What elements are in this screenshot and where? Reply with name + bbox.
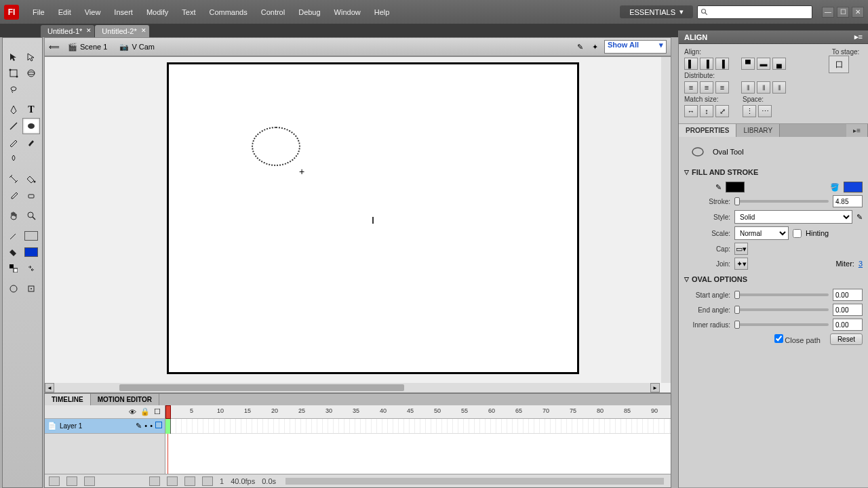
join-select[interactable]: ✦▾ bbox=[734, 258, 748, 270]
scroll-right-icon[interactable]: ► bbox=[650, 383, 660, 392]
horizontal-scrollbar[interactable]: ◄ ► bbox=[45, 383, 660, 392]
menu-debug[interactable]: Debug bbox=[292, 5, 327, 19]
menu-window[interactable]: Window bbox=[328, 5, 368, 19]
menu-modify[interactable]: Modify bbox=[140, 5, 175, 19]
hinting-checkbox[interactable] bbox=[793, 229, 802, 238]
zoom-select[interactable]: Show All ▾ bbox=[604, 40, 667, 54]
visibility-dot-icon[interactable]: • bbox=[144, 422, 147, 430]
cap-select[interactable]: ▭▾ bbox=[734, 243, 748, 255]
menu-edit[interactable]: Edit bbox=[52, 5, 78, 19]
menu-file[interactable]: File bbox=[26, 5, 52, 19]
back-arrow-icon[interactable]: ⟸ bbox=[49, 41, 60, 52]
bone-tool[interactable] bbox=[5, 171, 22, 187]
space-vertical-button[interactable]: ⋮ bbox=[743, 105, 756, 117]
onion-skin-button[interactable] bbox=[149, 476, 160, 486]
match-width-button[interactable]: ↔ bbox=[684, 105, 698, 117]
close-button[interactable]: ✕ bbox=[852, 7, 864, 18]
inner-radius-input[interactable] bbox=[833, 319, 863, 331]
layer-row[interactable]: 📄 Layer 1 ✎ • • bbox=[45, 419, 165, 434]
align-hcenter-button[interactable]: ▐ bbox=[700, 58, 713, 70]
paint-bucket-tool[interactable] bbox=[22, 171, 40, 187]
frames-column[interactable]: 5 10 15 20 25 30 35 40 45 50 55 60 65 70… bbox=[165, 405, 671, 474]
new-layer-button[interactable] bbox=[49, 476, 60, 486]
doc-tab-1[interactable]: Untitled-1* ✕ bbox=[41, 25, 94, 37]
timeline-scrollbar[interactable] bbox=[285, 478, 664, 485]
keyframe-icon[interactable] bbox=[165, 419, 171, 434]
pen-tool[interactable] bbox=[5, 102, 22, 118]
edit-multiple-frames-button[interactable] bbox=[184, 476, 195, 486]
frame-row[interactable] bbox=[165, 419, 671, 434]
selection-tool[interactable] bbox=[5, 49, 22, 65]
close-icon[interactable]: ✕ bbox=[141, 27, 146, 34]
search-input[interactable] bbox=[697, 5, 812, 19]
match-height-button[interactable]: ↕ bbox=[700, 105, 713, 117]
fill-color-picker[interactable] bbox=[5, 244, 22, 260]
distribute-hcenter-button[interactable]: ⦀ bbox=[757, 81, 770, 94]
vcam-button[interactable]: 📷 V Cam bbox=[115, 41, 159, 53]
zoom-tool[interactable] bbox=[22, 207, 40, 224]
end-angle-input[interactable] bbox=[833, 304, 863, 316]
stroke-input[interactable] bbox=[833, 195, 863, 207]
menu-commands[interactable]: Commands bbox=[202, 5, 254, 19]
3d-rotation-tool[interactable] bbox=[22, 65, 40, 81]
to-stage-toggle[interactable]: 囗 bbox=[829, 56, 849, 73]
style-select[interactable]: Solid bbox=[734, 210, 852, 224]
delete-layer-button[interactable] bbox=[84, 476, 95, 486]
oval-options-section[interactable]: ▽OVAL OPTIONS bbox=[684, 272, 863, 286]
menu-text[interactable]: Text bbox=[175, 5, 202, 19]
maximize-button[interactable]: ☐ bbox=[837, 7, 849, 18]
menu-control[interactable]: Control bbox=[254, 5, 292, 19]
stroke-color-swatch[interactable] bbox=[22, 228, 40, 244]
pencil-tool[interactable] bbox=[5, 134, 22, 150]
space-horizontal-button[interactable]: ⋯ bbox=[758, 105, 772, 117]
align-top-button[interactable]: ▀ bbox=[741, 58, 755, 70]
eye-icon[interactable]: 👁 bbox=[129, 408, 136, 416]
distribute-bottom-button[interactable]: ≡ bbox=[715, 81, 729, 94]
onion-skin-outlines-button[interactable] bbox=[167, 476, 178, 486]
minimize-button[interactable]: — bbox=[822, 7, 834, 18]
onion-markers-button[interactable] bbox=[202, 476, 213, 486]
edit-style-icon[interactable]: ✎ bbox=[856, 213, 863, 222]
lasso-tool[interactable] bbox=[5, 81, 22, 98]
tab-properties[interactable]: PROPERTIES bbox=[679, 124, 736, 137]
align-bottom-button[interactable]: ▄ bbox=[772, 58, 786, 70]
start-angle-input[interactable] bbox=[833, 289, 863, 301]
match-both-button[interactable]: ⤢ bbox=[715, 105, 729, 117]
scroll-thumb[interactable] bbox=[119, 384, 404, 391]
stroke-color-picker[interactable] bbox=[5, 228, 22, 244]
eraser-tool[interactable] bbox=[22, 187, 40, 203]
panel-menu-icon[interactable]: ▸≡ bbox=[854, 33, 863, 41]
align-vcenter-button[interactable]: ▬ bbox=[757, 58, 770, 70]
panel-menu-icon[interactable]: ▸≡ bbox=[846, 124, 868, 137]
line-tool[interactable] bbox=[5, 118, 22, 134]
edit-scene-icon[interactable]: ✎ bbox=[574, 41, 585, 52]
workspace-selector[interactable]: ESSENTIALS ▾ bbox=[620, 5, 693, 18]
black-white-button[interactable] bbox=[5, 260, 22, 277]
distribute-left-button[interactable]: ⦀ bbox=[741, 81, 755, 94]
align-panel-header[interactable]: ALIGN ▸≡ bbox=[679, 30, 868, 44]
snap-toggle[interactable] bbox=[22, 281, 40, 297]
miter-value[interactable]: 3 bbox=[859, 260, 863, 268]
subselection-tool[interactable] bbox=[22, 49, 40, 65]
align-left-button[interactable]: ▌ bbox=[684, 58, 698, 70]
close-icon[interactable]: ✕ bbox=[86, 27, 92, 34]
outline-icon[interactable]: ☐ bbox=[154, 407, 161, 416]
scroll-left-icon[interactable]: ◄ bbox=[45, 383, 54, 392]
distribute-vcenter-button[interactable]: ≡ bbox=[700, 81, 713, 94]
lock-icon[interactable]: 🔒 bbox=[140, 407, 150, 416]
menu-view[interactable]: View bbox=[78, 5, 108, 19]
stage-canvas[interactable]: + bbox=[167, 62, 579, 374]
doc-tab-2[interactable]: Untitled-2* ✕ bbox=[95, 25, 149, 37]
text-tool[interactable]: T bbox=[22, 102, 40, 118]
vertical-scrollbar[interactable] bbox=[661, 57, 671, 383]
stroke-slider[interactable] bbox=[734, 200, 829, 203]
lock-dot-icon[interactable]: • bbox=[150, 422, 153, 430]
distribute-top-button[interactable]: ≡ bbox=[684, 81, 698, 94]
eyedropper-tool[interactable] bbox=[5, 187, 22, 203]
menu-insert[interactable]: Insert bbox=[107, 5, 140, 19]
start-angle-slider[interactable] bbox=[734, 293, 829, 296]
new-folder-button[interactable] bbox=[66, 476, 77, 486]
playhead[interactable] bbox=[165, 405, 171, 419]
end-angle-slider[interactable] bbox=[734, 308, 829, 311]
scene-button[interactable]: 🎬 Scene 1 bbox=[64, 41, 111, 53]
